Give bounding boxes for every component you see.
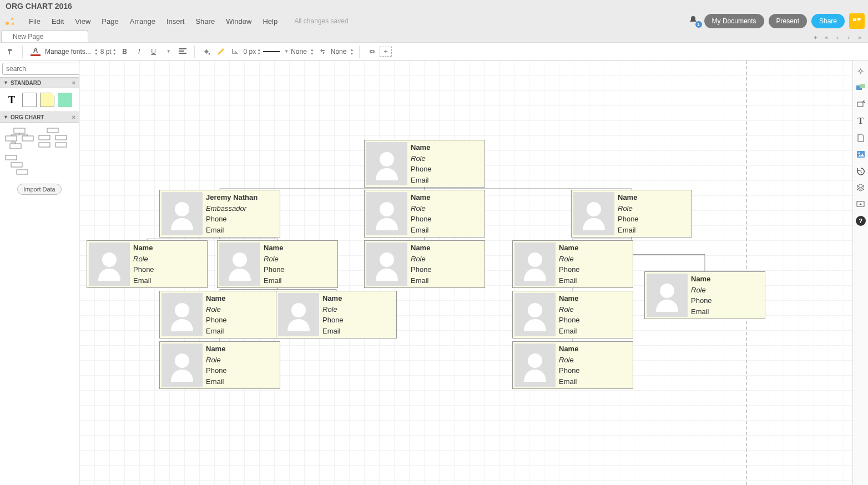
- org-card[interactable]: NameRolePhoneEmail: [276, 291, 397, 339]
- org-card[interactable]: NameRolePhoneEmail: [512, 240, 633, 288]
- text-tool-icon[interactable]: T: [856, 116, 866, 126]
- swap-ends-icon[interactable]: [316, 45, 329, 58]
- card-name: Jeremy Nathan: [206, 193, 278, 201]
- note-shape[interactable]: [40, 93, 54, 107]
- import-data-button[interactable]: Import Data: [17, 184, 61, 195]
- svg-point-28: [175, 353, 189, 368]
- card-phone: Phone: [618, 215, 690, 223]
- org-card[interactable]: NameRolePhoneEmail: [571, 190, 692, 238]
- card-phone: Phone: [411, 165, 483, 173]
- sparkle-icon[interactable]: ✧: [856, 66, 866, 76]
- card-role: Role: [559, 356, 631, 364]
- border-width-stepper[interactable]: 0 px▲▼: [244, 48, 261, 55]
- card-phone: Phone: [206, 366, 278, 375]
- add-page-icon[interactable]: ＋: [811, 33, 819, 41]
- border-color-button[interactable]: [215, 45, 227, 58]
- card-role: Role: [559, 255, 631, 263]
- page-icon[interactable]: [856, 133, 866, 143]
- underline-button[interactable]: U: [148, 45, 160, 58]
- first-page-icon[interactable]: «: [822, 33, 830, 41]
- menu-page[interactable]: Page: [96, 15, 124, 28]
- menu-file[interactable]: File: [23, 15, 46, 28]
- svg-point-18: [380, 202, 394, 216]
- org-tree-shape-1[interactable]: [4, 127, 34, 149]
- italic-button[interactable]: I: [133, 45, 145, 58]
- org-card[interactable]: NameRolePhoneEmail: [512, 291, 633, 339]
- line-type-select[interactable]: None▲▼: [291, 48, 314, 55]
- present-icon[interactable]: [856, 199, 866, 209]
- org-card[interactable]: NameRolePhoneEmail: [87, 240, 208, 288]
- orgchart-panel-header[interactable]: ▼ ORG CHART ×: [0, 112, 79, 123]
- link-button[interactable]: [365, 45, 377, 58]
- menu-share[interactable]: Share: [190, 15, 220, 28]
- menu-help[interactable]: Help: [257, 15, 283, 28]
- close-panel-icon[interactable]: ×: [72, 79, 75, 86]
- menu-view[interactable]: View: [69, 15, 96, 28]
- notifications-icon[interactable]: 1: [689, 16, 700, 27]
- org-card[interactable]: NameRolePhoneEmail: [364, 140, 485, 188]
- theme-icon[interactable]: [856, 83, 866, 93]
- avatar-placeholder: [366, 192, 407, 235]
- svg-rect-15: [17, 170, 28, 174]
- history-icon[interactable]: [856, 166, 866, 176]
- card-phone: Phone: [264, 265, 336, 274]
- bold-button[interactable]: B: [119, 45, 131, 58]
- app-logo[interactable]: [3, 14, 17, 28]
- card-email: Email: [618, 226, 690, 234]
- canvas[interactable]: NameRolePhoneEmailJeremy NathanEmbassado…: [79, 60, 852, 485]
- image-icon[interactable]: [856, 149, 866, 159]
- arrow-style-select[interactable]: None▲▼: [331, 48, 354, 55]
- card-role: Role: [559, 305, 631, 314]
- svg-rect-14: [11, 163, 22, 167]
- my-documents-button[interactable]: My Documents: [704, 14, 764, 28]
- add-element-button[interactable]: ＋: [380, 47, 392, 57]
- menu-edit[interactable]: Edit: [46, 15, 69, 28]
- page-tab[interactable]: New Page: [1, 31, 88, 42]
- card-role: Role: [691, 286, 763, 294]
- org-card[interactable]: NameRolePhoneEmail: [159, 341, 280, 389]
- org-tree-shape-3[interactable]: [4, 153, 34, 175]
- font-family-select[interactable]: Manage fonts...▲▼: [45, 48, 98, 55]
- present-button[interactable]: Present: [769, 14, 807, 28]
- fill-color-button[interactable]: [200, 45, 213, 58]
- card-email: Email: [206, 226, 278, 234]
- svg-point-19: [587, 202, 601, 216]
- prev-page-icon[interactable]: ‹: [834, 33, 841, 41]
- card-role: Role: [411, 204, 483, 213]
- feedback-button[interactable]: ❝❞: [849, 13, 865, 29]
- layers-icon[interactable]: [856, 183, 866, 193]
- org-tree-shape-2[interactable]: [38, 127, 68, 149]
- share-button[interactable]: Share: [811, 14, 845, 28]
- org-card[interactable]: Jeremy NathanEmbassadorPhoneEmail: [159, 190, 280, 238]
- next-page-icon[interactable]: ›: [845, 33, 852, 41]
- avatar-placeholder: [89, 243, 130, 286]
- org-card[interactable]: NameRolePhoneEmail: [644, 271, 765, 319]
- org-card[interactable]: NameRolePhoneEmail: [364, 190, 485, 238]
- avatar-placeholder: [366, 142, 407, 185]
- org-card[interactable]: NameRolePhoneEmail: [159, 291, 280, 339]
- last-page-icon[interactable]: »: [856, 33, 864, 41]
- font-size-stepper[interactable]: 8 pt▲▼: [100, 48, 117, 55]
- format-painter-icon[interactable]: [4, 45, 17, 58]
- hotspot-shape[interactable]: [58, 93, 72, 107]
- orgchart-panel-label: ORG CHART: [11, 114, 44, 120]
- rectangle-shape[interactable]: [22, 93, 37, 107]
- card-name: Name: [133, 244, 205, 252]
- org-card[interactable]: NameRolePhoneEmail: [364, 240, 485, 288]
- shape-options-icon[interactable]: [229, 45, 241, 58]
- standard-panel-header[interactable]: ▼ STANDARD ×: [0, 77, 79, 88]
- menu-window[interactable]: Window: [220, 15, 257, 28]
- org-card[interactable]: NameRolePhoneEmail: [512, 341, 633, 389]
- close-panel-icon[interactable]: ×: [72, 114, 75, 120]
- text-options-dropdown[interactable]: ▼: [162, 45, 174, 58]
- card-phone: Phone: [206, 316, 278, 324]
- font-color-button[interactable]: A: [28, 45, 43, 58]
- menu-arrange[interactable]: Arrange: [124, 15, 161, 28]
- org-card[interactable]: NameRolePhoneEmail: [217, 240, 338, 288]
- resize-icon[interactable]: [856, 99, 866, 109]
- align-button[interactable]: [176, 45, 189, 58]
- help-icon[interactable]: ?: [856, 216, 866, 226]
- text-shape[interactable]: T: [4, 93, 19, 107]
- line-style-select[interactable]: ▼: [263, 49, 289, 54]
- menu-insert[interactable]: Insert: [161, 15, 190, 28]
